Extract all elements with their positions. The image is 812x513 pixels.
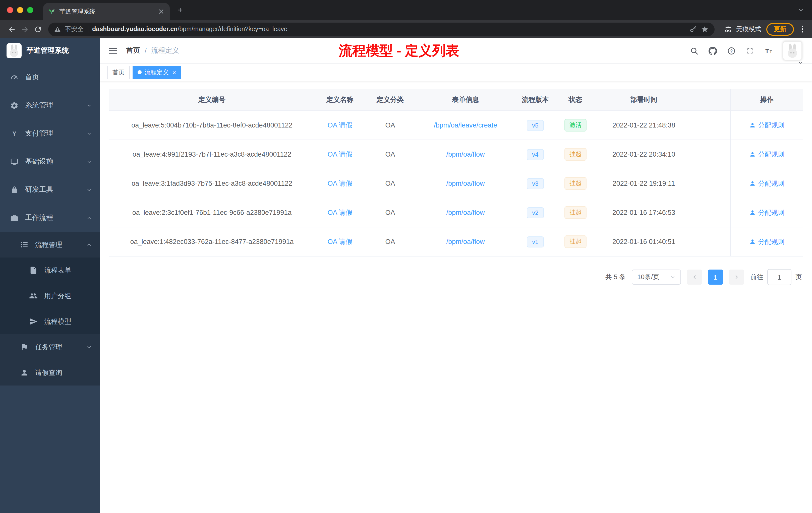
table-header-row: 定义编号 定义名称 定义分类 表单信息 流程版本 状态 部署时间 操作 xyxy=(109,89,803,111)
form-link[interactable]: /bpm/oa/flow xyxy=(446,238,485,245)
definition-id-cell: oa_leave:2:3c1f0ef1-76b1-11ec-9c66-a2380… xyxy=(109,198,315,227)
user-icon xyxy=(749,238,756,245)
definition-id-cell: oa_leave:5:004b710b-7b8a-11ec-8ef0-acde4… xyxy=(109,111,315,140)
category-cell: OA xyxy=(365,198,415,227)
definition-name-link[interactable]: OA 请假 xyxy=(327,179,352,188)
sidebar-item-user-group[interactable]: 用户分组 xyxy=(0,283,100,309)
version-badge: v3 xyxy=(526,178,544,189)
goto-page-input[interactable] xyxy=(767,269,791,285)
definition-table: 定义编号 定义名称 定义分类 表单信息 流程版本 状态 部署时间 操作 oa_l… xyxy=(109,89,803,256)
assign-rule-link[interactable]: 分配规则 xyxy=(749,208,784,217)
status-badge: 激活 xyxy=(564,119,586,131)
sidebar-item-payment-management[interactable]: 支付管理 xyxy=(0,119,100,148)
definition-name-link[interactable]: OA 请假 xyxy=(327,208,352,217)
column-header-spacer xyxy=(692,89,730,111)
github-icon[interactable] xyxy=(708,47,717,55)
window-close-button[interactable] xyxy=(7,7,13,13)
definition-name-link[interactable]: OA 请假 xyxy=(327,150,352,159)
next-page-button[interactable] xyxy=(729,270,744,284)
sidebar-item-label: 任务管理 xyxy=(35,342,62,352)
definition-name-link[interactable]: OA 请假 xyxy=(327,237,352,246)
page-size-select[interactable]: 10条/页 xyxy=(632,270,681,284)
update-button[interactable]: 更新 xyxy=(766,23,794,35)
key-icon[interactable] xyxy=(690,25,697,33)
prev-page-button[interactable] xyxy=(687,270,702,284)
deploy-time-cell: 2022-01-22 21:48:38 xyxy=(596,111,692,140)
avatar-dropdown-caret-icon[interactable] xyxy=(798,60,803,65)
people-icon xyxy=(29,292,38,300)
sidebar-item-label: 流程管理 xyxy=(35,240,62,249)
content-area: 定义编号 定义名称 定义分类 表单信息 流程版本 状态 部署时间 操作 oa_l… xyxy=(100,81,812,513)
sidebar-item-process-management[interactable]: 流程管理 xyxy=(0,232,100,258)
tab-title: 芋道管理系统 xyxy=(59,7,154,16)
sidebar-item-task-management[interactable]: 任务管理 xyxy=(0,334,100,360)
status-badge: 挂起 xyxy=(564,177,586,190)
more-menu-icon[interactable] xyxy=(798,25,807,34)
browser-tab[interactable]: 芋道管理系统 xyxy=(43,3,170,20)
url-text: dashboard.yudao.iocoder.cn/bpm/manager/d… xyxy=(92,26,686,33)
chevron-down-icon xyxy=(86,187,92,192)
sidebar-item-process-form[interactable]: 流程表单 xyxy=(0,258,100,283)
reload-button[interactable] xyxy=(31,23,44,36)
table-row: oa_leave:3:1fad3d93-7b75-11ec-a3c8-acde4… xyxy=(109,169,803,198)
new-tab-button[interactable] xyxy=(177,6,184,13)
page-number-button[interactable]: 1 xyxy=(708,270,723,284)
column-header: 状态 xyxy=(555,89,596,111)
row-spacer xyxy=(692,198,730,227)
sidebar-logo[interactable]: 芋道管理系统 xyxy=(0,38,100,63)
table-row: oa_leave:1:482ec033-762a-11ec-8477-a2380… xyxy=(109,228,803,256)
back-button[interactable] xyxy=(5,23,18,36)
form-link[interactable]: /bpm/oa/flow xyxy=(446,180,485,187)
form-link[interactable]: /bpm/oa/flow xyxy=(446,151,485,158)
assign-rule-link[interactable]: 分配规则 xyxy=(749,179,784,188)
tab-close-icon[interactable] xyxy=(158,8,165,15)
assign-rule-link[interactable]: 分配规则 xyxy=(749,237,784,246)
assign-rule-link[interactable]: 分配规则 xyxy=(749,150,784,159)
user-avatar[interactable] xyxy=(783,41,802,60)
tag-process-definition[interactable]: 流程定义 × xyxy=(133,65,181,79)
page-size-value: 10条/页 xyxy=(637,273,659,281)
url-domain: dashboard.yudao.iocoder.cn xyxy=(92,26,177,33)
chevron-down-icon xyxy=(86,344,92,350)
sidebar-item-home[interactable]: 首页 xyxy=(0,63,100,91)
sidebar-item-system-management[interactable]: 系统管理 xyxy=(0,91,100,119)
incognito-badge: 无痕模式 xyxy=(724,25,761,34)
definition-name-link[interactable]: OA 请假 xyxy=(327,121,352,130)
address-bar[interactable]: 不安全 dashboard.yudao.iocoder.cn/bpm/manag… xyxy=(48,22,715,36)
category-cell: OA xyxy=(365,140,415,169)
hamburger-icon[interactable] xyxy=(100,46,126,56)
form-link[interactable]: /bpm/oa/leave/create xyxy=(434,121,497,129)
browser-tab-strip: 芋道管理系统 xyxy=(0,0,812,20)
sidebar-item-leave-query[interactable]: 请假查询 xyxy=(0,360,100,386)
breadcrumb-home[interactable]: 首页 xyxy=(126,46,140,55)
search-icon[interactable] xyxy=(690,47,698,55)
sidebar-item-dev-tools[interactable]: 研发工具 xyxy=(0,176,100,204)
column-header: 流程版本 xyxy=(516,89,555,111)
forward-button[interactable] xyxy=(18,23,31,36)
window-zoom-button[interactable] xyxy=(27,7,33,13)
security-label[interactable]: 不安全 xyxy=(65,25,84,33)
status-badge: 挂起 xyxy=(564,148,586,161)
font-size-icon[interactable] xyxy=(764,47,773,55)
monitor-icon xyxy=(10,157,19,166)
status-badge: 挂起 xyxy=(564,235,586,248)
breadcrumb-separator: / xyxy=(145,47,147,55)
sidebar-item-infrastructure[interactable]: 基础设施 xyxy=(0,148,100,176)
form-link[interactable]: /bpm/oa/flow xyxy=(446,209,485,216)
tag-close-icon[interactable]: × xyxy=(172,69,176,76)
status-badge: 挂起 xyxy=(564,206,586,219)
star-bookmark-icon[interactable] xyxy=(701,25,708,33)
window-minimize-button[interactable] xyxy=(17,7,23,13)
goto-label: 前往 xyxy=(750,273,763,281)
sidebar-item-workflow[interactable]: 工作流程 xyxy=(0,204,100,232)
fullscreen-icon[interactable] xyxy=(746,47,754,55)
send-icon xyxy=(29,317,38,326)
assign-rule-link[interactable]: 分配规则 xyxy=(749,121,784,130)
tag-label: 首页 xyxy=(113,68,124,77)
column-header: 定义编号 xyxy=(109,89,315,111)
help-icon[interactable] xyxy=(727,47,736,55)
tab-search-chevron-icon[interactable] xyxy=(798,7,804,13)
tag-home[interactable]: 首页 xyxy=(108,65,129,79)
breadcrumb-current: 流程定义 xyxy=(151,46,179,55)
sidebar-item-process-model[interactable]: 流程模型 xyxy=(0,309,100,334)
